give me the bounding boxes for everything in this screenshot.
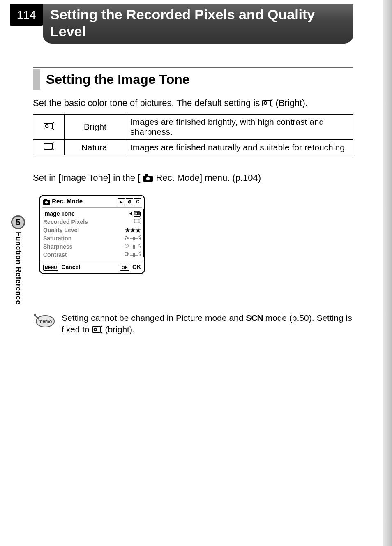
bright-tone-icon-cell xyxy=(33,115,65,140)
menu-item-value: ★★★ xyxy=(125,227,141,233)
page-number: 114 xyxy=(10,4,43,26)
bright-tone-icon xyxy=(92,325,103,336)
svg-line-23 xyxy=(139,223,141,224)
left-triangle-icon: ◀ xyxy=(129,211,132,216)
scn-mode-icon: SCN xyxy=(246,313,263,323)
table-row: Bright Images are finished brightly, wit… xyxy=(33,115,353,140)
slider-contrast-icon xyxy=(125,251,141,258)
slider-saturation-icon xyxy=(125,235,141,242)
page-right-shade xyxy=(383,0,392,546)
menu-item-label: Image Tone xyxy=(43,210,75,217)
memo-text: Setting cannot be changed in Picture mod… xyxy=(62,312,353,337)
svg-line-42 xyxy=(138,252,141,253)
natural-tone-icon-cell xyxy=(33,140,65,155)
svg-point-5 xyxy=(45,124,48,127)
menu-footer-right-text: OK xyxy=(132,264,141,270)
menu-item-image-tone: Image Tone ◀ xyxy=(43,210,141,218)
menu-item-quality-level: Quality Level ★★★ xyxy=(43,226,141,234)
menu-tab-icons: ▸ ⚙ C xyxy=(118,198,141,205)
svg-rect-21 xyxy=(134,219,139,223)
memo-part3: (bright). xyxy=(105,325,134,334)
playback-tab-icon: ▸ xyxy=(118,198,125,205)
svg-line-36 xyxy=(138,244,141,245)
chapter-title-banner: Setting the Recorded Pixels and Quality … xyxy=(43,4,353,44)
camera-icon xyxy=(43,199,50,206)
intro-paragraph: Set the basic color tone of pictures. Th… xyxy=(33,97,353,111)
camera-icon xyxy=(143,174,153,184)
svg-rect-15 xyxy=(44,199,47,200)
menu-header-text: Rec. Mode xyxy=(52,198,83,205)
menu-footer-left: MENU Cancel xyxy=(43,264,80,271)
svg-rect-28 xyxy=(133,237,135,240)
setin-after: Rec. Mode] menu. (p.104) xyxy=(156,173,261,183)
row-label: Bright xyxy=(65,115,126,140)
memo-icon: memo xyxy=(33,312,56,329)
svg-rect-8 xyxy=(44,143,52,149)
bright-tone-icon xyxy=(262,98,273,111)
svg-point-13 xyxy=(146,177,150,180)
svg-rect-41 xyxy=(133,253,135,257)
svg-line-22 xyxy=(139,219,141,220)
menu-item-value xyxy=(134,218,141,225)
intro-text-after: (Bright). xyxy=(276,98,308,108)
menu-item-label: Saturation xyxy=(43,235,71,242)
svg-point-26 xyxy=(125,238,126,240)
menu-item-value: ◀ xyxy=(129,211,141,217)
menu-item-contrast: Contrast xyxy=(43,251,141,259)
menu-item-label: Quality Level xyxy=(43,227,79,233)
camera-menu-screenshot: Rec. Mode ▸ ⚙ C Image Tone ◀ Recorded Pi… xyxy=(39,195,145,274)
slider-sharpness-icon: S xyxy=(125,243,141,250)
menu-body: Image Tone ◀ Recorded Pixels xyxy=(40,208,144,261)
svg-text:S: S xyxy=(126,244,128,247)
tone-option-table: Bright Images are finished brightly, wit… xyxy=(33,114,353,155)
svg-point-16 xyxy=(45,201,48,204)
side-chapter-tab: 5 Function Reference xyxy=(10,215,26,334)
menu-scrollbar xyxy=(142,209,144,257)
row-description: Images are finished brightly, with high … xyxy=(126,115,353,140)
svg-point-46 xyxy=(34,314,36,316)
svg-point-18 xyxy=(135,213,137,214)
svg-line-20 xyxy=(139,215,141,216)
menu-item-label: Recorded Pixels xyxy=(43,219,88,225)
svg-point-24 xyxy=(125,236,127,237)
menu-item-saturation: Saturation xyxy=(43,234,141,242)
chapter-label: Function Reference xyxy=(14,232,23,304)
svg-point-25 xyxy=(127,237,129,239)
table-row: Natural Images are finished naturally an… xyxy=(33,140,353,155)
section-heading: Setting the Image Tone xyxy=(33,67,353,90)
setin-before: Set in [Image Tone] in the [ xyxy=(33,173,140,183)
memo-note: memo Setting cannot be changed in Pictur… xyxy=(33,312,353,337)
svg-point-1 xyxy=(264,102,267,105)
memo-part1: Setting cannot be changed in Picture mod… xyxy=(62,313,246,323)
settings-tab-icon: ⚙ xyxy=(126,198,133,205)
custom-tab-icon: C xyxy=(134,198,141,205)
setin-paragraph: Set in [Image Tone] in the [ Rec. Mode] … xyxy=(33,173,353,184)
row-label: Natural xyxy=(65,140,126,155)
svg-line-29 xyxy=(138,235,141,237)
menu-header: Rec. Mode ▸ ⚙ C xyxy=(40,196,144,207)
menu-footer: MENU Cancel OK OK xyxy=(40,262,144,273)
svg-line-19 xyxy=(139,211,141,212)
svg-text:memo: memo xyxy=(39,319,52,324)
menu-item-label: Sharpness xyxy=(43,243,73,250)
ok-key-icon: OK xyxy=(120,265,129,271)
menu-item-sharpness: Sharpness S xyxy=(43,242,141,251)
chapter-number-badge: 5 xyxy=(11,215,25,229)
menu-footer-left-text: Cancel xyxy=(61,264,80,270)
svg-rect-12 xyxy=(145,174,148,176)
svg-point-49 xyxy=(94,328,97,331)
intro-text-before: Set the basic color tone of pictures. Th… xyxy=(33,98,262,108)
menu-footer-right: OK OK xyxy=(120,264,141,271)
svg-rect-35 xyxy=(133,245,135,249)
menu-key-icon: MENU xyxy=(43,265,58,271)
chapter-number: 5 xyxy=(16,218,20,227)
menu-item-label: Contrast xyxy=(43,251,67,258)
page-number-value: 114 xyxy=(17,9,36,22)
section-heading-text: Setting the Image Tone xyxy=(33,69,353,90)
chapter-title-text: Setting the Recorded Pixels and Quality … xyxy=(50,6,346,40)
menu-item-recorded-pixels: Recorded Pixels xyxy=(43,218,141,226)
row-description: Images are finished naturally and suitab… xyxy=(126,140,353,155)
